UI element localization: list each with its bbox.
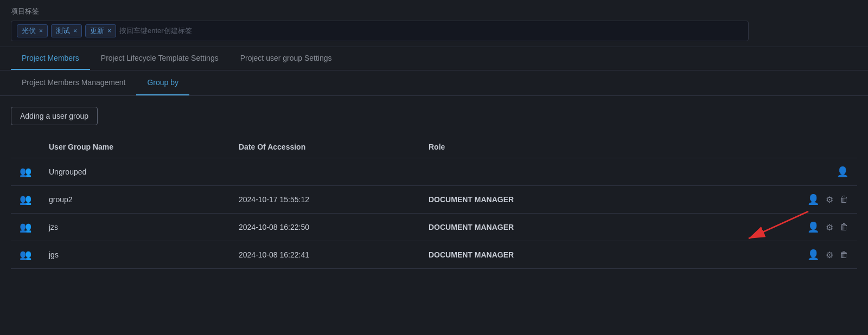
role-label-1: DOCUMENT MANAGER — [429, 195, 514, 204]
col-header-name: User Group Name — [40, 136, 230, 158]
view-members-icon-3[interactable]: 👤 — [807, 249, 819, 261]
table-row: 👥jzs2024-10-08 16:22:50DOCUMENT MANAGER … — [11, 214, 857, 241]
tag-close-0[interactable]: × — [39, 28, 43, 34]
view-members-icon-1[interactable]: 👤 — [807, 194, 819, 205]
sub-tabs-bar: Project Members Management Group by — [0, 70, 868, 96]
group-users-icon: 👥 — [20, 166, 31, 177]
col-header-date: Date Of Accession — [230, 136, 420, 158]
main-content: Adding a user group User Group Name Date… — [0, 96, 868, 280]
delete-icon-1[interactable]: 🗑 — [840, 195, 848, 204]
row-date-0 — [230, 158, 420, 186]
view-members-icon-2[interactable]: 👤 — [807, 221, 819, 233]
row-name-2: jzs — [40, 214, 230, 241]
role-label-2: DOCUMENT MANAGER — [429, 223, 514, 231]
row-name-0: Ungrouped — [40, 158, 230, 186]
tag-placeholder: 按回车键enter创建标签 — [119, 26, 192, 36]
row-role-0 — [420, 158, 637, 186]
nav-tabs-bar: Project Members Project Lifecycle Templa… — [0, 47, 868, 70]
tag-close-1[interactable]: × — [73, 28, 77, 34]
row-date-1: 2024-10-17 15:55:12 — [230, 186, 420, 214]
table-row: 👥jgs2024-10-08 16:22:41DOCUMENT MANAGER … — [11, 241, 857, 269]
row-role-3: DOCUMENT MANAGER — [420, 241, 637, 269]
settings-icon-2[interactable]: ⚙ — [826, 222, 833, 233]
row-name-1: group2 — [40, 186, 230, 214]
table-row: 👥group22024-10-17 15:55:12DOCUMENT MANAG… — [11, 186, 857, 214]
view-members-icon-0[interactable]: 👤 — [837, 166, 848, 178]
tags-section: 项目标签 光伏 × 测试 × 更新 × 按回车键enter创建标签 — [0, 0, 868, 47]
user-groups-table: User Group Name Date Of Accession Role 👥… — [11, 136, 857, 269]
tags-label: 项目标签 — [11, 7, 857, 16]
tag-item-2: 更新 × — [85, 24, 116, 37]
delete-icon-3[interactable]: 🗑 — [840, 250, 848, 260]
sub-tab-members-management[interactable]: Project Members Management — [11, 70, 136, 95]
row-role-1: DOCUMENT MANAGER — [420, 186, 637, 214]
tags-input-area[interactable]: 光伏 × 测试 × 更新 × 按回车键enter创建标签 — [11, 21, 749, 41]
tab-user-group-settings[interactable]: Project user group Settings — [229, 47, 343, 70]
row-actions-1: 👤 ⚙ 🗑 — [637, 186, 857, 214]
tab-lifecycle[interactable]: Project Lifecycle Template Settings — [90, 47, 229, 70]
sub-tab-group-by[interactable]: Group by — [136, 70, 189, 95]
row-date-3: 2024-10-08 16:22:41 — [230, 241, 420, 269]
group-users-icon: 👥 — [20, 222, 31, 233]
tag-text-0: 光伏 — [22, 26, 36, 36]
col-header-icon — [11, 136, 40, 158]
row-actions-2: 👤 ⚙ 🗑 — [637, 214, 857, 241]
tag-text-1: 测试 — [56, 26, 70, 36]
tag-close-2[interactable]: × — [107, 28, 111, 34]
group-users-icon: 👥 — [20, 194, 31, 205]
row-role-2: DOCUMENT MANAGER — [420, 214, 637, 241]
settings-icon-1[interactable]: ⚙ — [826, 195, 833, 205]
table-row: 👥Ungrouped 👤 — [11, 158, 857, 186]
row-actions-0: 👤 — [637, 158, 857, 186]
row-name-3: jgs — [40, 241, 230, 269]
col-header-actions — [637, 136, 857, 158]
row-icon-0: 👥 — [11, 158, 40, 186]
row-icon-3: 👥 — [11, 241, 40, 269]
row-date-2: 2024-10-08 16:22:50 — [230, 214, 420, 241]
row-icon-2: 👥 — [11, 214, 40, 241]
tag-item-1: 测试 × — [51, 24, 82, 37]
delete-icon-2[interactable]: 🗑 — [840, 222, 848, 232]
tag-item-0: 光伏 × — [17, 24, 48, 37]
col-header-role: Role — [420, 136, 637, 158]
tab-project-members[interactable]: Project Members — [11, 47, 90, 70]
row-icon-1: 👥 — [11, 186, 40, 214]
settings-icon-3[interactable]: ⚙ — [826, 250, 833, 260]
tag-text-2: 更新 — [90, 26, 104, 36]
row-actions-3: 👤 ⚙ 🗑 — [637, 241, 857, 269]
group-users-icon: 👥 — [20, 249, 31, 260]
role-label-3: DOCUMENT MANAGER — [429, 250, 514, 259]
add-user-group-button[interactable]: Adding a user group — [11, 107, 98, 125]
